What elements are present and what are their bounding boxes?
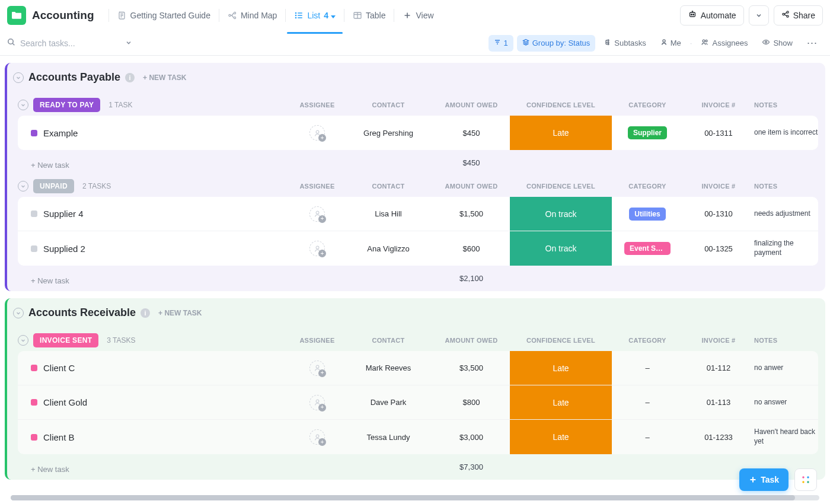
- task-row[interactable]: Example + Greg Pershing $450 Late Suppli…: [18, 116, 818, 150]
- chevron-down-icon[interactable]: [126, 39, 132, 47]
- list-section: Accounts Payable i + NEW TASK READY TO P…: [5, 63, 825, 291]
- add-assignee[interactable]: +: [309, 206, 325, 222]
- mindmap-icon: [228, 11, 237, 20]
- svg-point-5: [295, 14, 297, 16]
- task-row[interactable]: Client Gold + Dave Park $800 Late – 01-1…: [18, 385, 818, 420]
- status-pill[interactable]: READY TO PAY: [33, 98, 100, 112]
- confidence-tag[interactable]: Late: [510, 116, 612, 150]
- status-square[interactable]: [31, 399, 37, 406]
- confidence-tag[interactable]: Late: [510, 351, 612, 385]
- search-input[interactable]: [20, 39, 121, 48]
- info-icon[interactable]: i: [141, 308, 150, 318]
- collapse-section[interactable]: [13, 308, 24, 318]
- invoice-cell: 00-1325: [683, 244, 754, 253]
- category-tag[interactable]: Utilities: [629, 208, 665, 221]
- category-tag[interactable]: Event Sp...: [624, 242, 671, 255]
- task-table: Supplier 4 + Lisa Hill $1,500 On track U…: [18, 197, 818, 266]
- task-name: Client B: [43, 432, 75, 442]
- new-task-link[interactable]: + NEW TASK: [158, 309, 202, 317]
- view-mind-map[interactable]: Mind Map: [221, 6, 284, 25]
- chevron-down-icon: [756, 11, 762, 20]
- filter-chip[interactable]: 1: [489, 35, 513, 52]
- share-icon: [781, 10, 790, 20]
- apps-icon: [801, 475, 810, 484]
- me-chip[interactable]: Me: [655, 35, 687, 52]
- groupby-chip[interactable]: Group by: Status: [517, 35, 596, 52]
- notes-cell: no anwer: [754, 363, 818, 373]
- group-total: $7,300: [433, 462, 510, 471]
- view-label: Mind Map: [241, 11, 277, 20]
- apps-fab[interactable]: [794, 468, 817, 491]
- new-task-link[interactable]: + NEW TASK: [143, 74, 186, 82]
- assignees-chip[interactable]: Assignees: [695, 35, 753, 52]
- category-tag[interactable]: Supplier: [628, 126, 667, 139]
- confidence-tag[interactable]: Late: [510, 420, 612, 454]
- collapse-section[interactable]: [13, 72, 24, 83]
- groupby-label: Group by: Status: [532, 39, 590, 47]
- plus-icon: [749, 476, 757, 484]
- show-chip[interactable]: Show: [756, 35, 798, 52]
- confidence-tag[interactable]: On track: [510, 231, 612, 266]
- add-assignee[interactable]: +: [309, 361, 325, 376]
- ellipsis-icon: ···: [807, 37, 818, 49]
- svg-point-27: [316, 246, 319, 249]
- task-row[interactable]: Supplier 4 + Lisa Hill $1,500 On track U…: [18, 197, 818, 231]
- task-row[interactable]: Client B + Tessa Lundy $3,000 Late – 01-…: [18, 420, 818, 454]
- folder-icon[interactable]: [7, 6, 26, 25]
- task-row[interactable]: Supplied 2 + Ana Viglizzo $600 On track …: [18, 231, 818, 266]
- notes-cell: finalizing the payment: [754, 239, 818, 257]
- status-square[interactable]: [31, 434, 37, 441]
- view-label: Table: [366, 11, 385, 20]
- svg-point-25: [316, 130, 319, 133]
- view-list[interactable]: List 4: [287, 6, 343, 25]
- status-square[interactable]: [31, 210, 37, 217]
- new-task-in-group[interactable]: + New task: [18, 272, 69, 285]
- task-name: Client Gold: [43, 397, 87, 407]
- confidence-tag[interactable]: On track: [510, 197, 612, 231]
- automate-caret[interactable]: [749, 5, 769, 25]
- info-icon[interactable]: i: [125, 73, 135, 82]
- collapse-group[interactable]: [18, 100, 28, 110]
- invoice-cell: 01-112: [683, 363, 754, 372]
- task-table: Example + Greg Pershing $450 Late Suppli…: [18, 116, 818, 150]
- task-row[interactable]: Client C + Mark Reeves $3,500 Late – 01-…: [18, 351, 818, 385]
- subtasks-chip[interactable]: Subtasks: [599, 35, 651, 52]
- automate-button[interactable]: Automate: [680, 5, 744, 25]
- status-pill[interactable]: UNPAID: [33, 179, 74, 193]
- view-table[interactable]: Table: [346, 6, 392, 25]
- more-menu[interactable]: ···: [802, 35, 823, 52]
- confidence-tag[interactable]: Late: [510, 385, 612, 419]
- subtasks-label: Subtasks: [614, 39, 646, 47]
- amount-cell: $1,500: [433, 209, 510, 218]
- share-button[interactable]: Share: [774, 5, 823, 25]
- add-assignee[interactable]: +: [309, 241, 325, 256]
- svg-point-33: [802, 481, 804, 483]
- section-title: Accounts Receivable: [28, 307, 136, 319]
- add-assignee[interactable]: +: [309, 429, 325, 445]
- add-assignee[interactable]: +: [309, 395, 325, 410]
- status-square[interactable]: [31, 365, 37, 371]
- add-assignee[interactable]: +: [309, 125, 325, 141]
- new-task-in-group[interactable]: + New task: [18, 156, 69, 170]
- status-pill[interactable]: INVOICE SENT: [33, 333, 98, 347]
- people-icon: [701, 39, 709, 47]
- amount-cell: $800: [433, 398, 510, 407]
- collapse-group[interactable]: [18, 335, 28, 346]
- svg-point-13: [693, 14, 694, 15]
- collapse-group[interactable]: [18, 181, 28, 192]
- views: Getting Started Guide Mind Map List 4 Ta…: [107, 6, 441, 25]
- doc-sparkle-icon: [117, 11, 127, 20]
- view-label: View: [416, 11, 433, 20]
- task-count: 2 TASKS: [82, 182, 111, 190]
- new-task-fab[interactable]: Task: [739, 468, 788, 491]
- status-square[interactable]: [31, 130, 37, 136]
- fab-label: Task: [761, 475, 779, 484]
- svg-point-15: [787, 11, 788, 13]
- robot-icon: [688, 9, 697, 21]
- add-view[interactable]: View: [395, 6, 440, 25]
- new-task-in-group[interactable]: + New task: [18, 460, 69, 474]
- view-getting-started[interactable]: Getting Started Guide: [110, 6, 218, 25]
- status-square[interactable]: [31, 245, 37, 252]
- horizontal-scrollbar[interactable]: [11, 495, 819, 500]
- contact-cell: Dave Park: [344, 398, 433, 407]
